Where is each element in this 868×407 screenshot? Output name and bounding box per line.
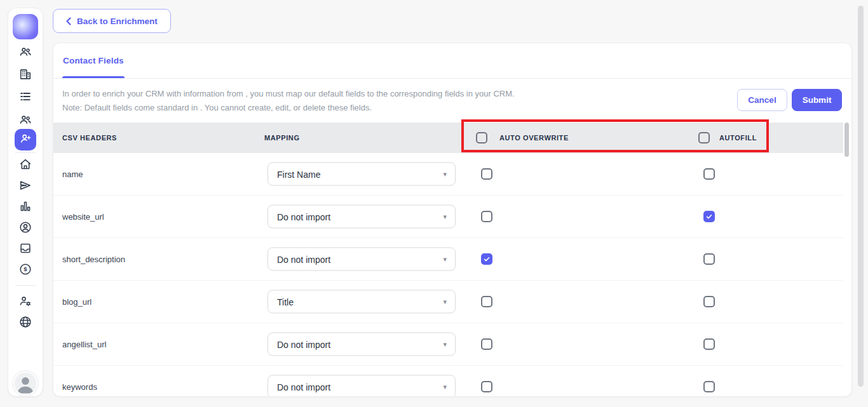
building-icon [18, 67, 32, 84]
submit-button[interactable]: Submit [792, 89, 842, 111]
inbox-icon [18, 241, 32, 258]
autofill-checkbox[interactable] [703, 253, 715, 265]
mapping-select-value: Do not import [277, 339, 330, 349]
auto-overwrite-column-label: AUTO OVERWRITE [499, 134, 569, 142]
dropdown-caret-icon: ▾ [443, 298, 447, 305]
back-button[interactable]: Back to Enrichment [53, 9, 171, 33]
csv-header-cell: angellist_url [62, 340, 106, 349]
dropdown-caret-icon: ▾ [443, 340, 447, 347]
csv-header-cell: blog_url [62, 297, 92, 307]
mapping-select[interactable]: Do not import▾ [268, 248, 456, 271]
sidebar-item-user-settings[interactable] [18, 295, 33, 310]
dropdown-caret-icon: ▾ [443, 383, 447, 390]
people-icon [18, 113, 32, 130]
table-row: website_urlDo not import▾ [53, 196, 843, 238]
table-row: keywordsDo not import▾ [53, 366, 843, 396]
svg-text:$: $ [24, 265, 27, 272]
page-scrollbar-thumb[interactable] [858, 6, 864, 387]
mapping-select[interactable]: Do not import▾ [268, 333, 456, 356]
dropdown-caret-icon: ▾ [443, 213, 447, 220]
table-row: short_descriptionDo not import▾ [53, 238, 843, 281]
sidebar-divider [15, 285, 36, 286]
mapping-select-value: First Name [277, 169, 320, 179]
sidebar-item-companies[interactable] [18, 68, 33, 83]
csv-headers-column-label: CSV HEADERS [62, 134, 117, 142]
list-icon [18, 90, 32, 106]
app-logo[interactable] [13, 14, 38, 39]
auto-overwrite-checkbox[interactable] [481, 253, 492, 265]
sidebar-item-contacts[interactable] [18, 46, 33, 61]
mapping-select[interactable]: First Name▾ [268, 163, 456, 186]
sidebar-divider [15, 152, 36, 153]
person-silhouette-icon [15, 373, 36, 394]
auto-overwrite-checkbox[interactable] [481, 381, 492, 392]
sidebar-item-lists[interactable] [18, 90, 33, 105]
table-row: nameFirst Name▾ [53, 153, 843, 196]
tab-bar: Contact Fields [53, 43, 851, 79]
table-row: blog_urlTitle▾ [53, 281, 843, 323]
description-line-1: In order to enrich your CRM with informa… [62, 89, 515, 98]
mapping-select[interactable]: Do not import▾ [268, 375, 456, 397]
sidebar-item-inbox[interactable] [18, 242, 33, 257]
csv-header-cell: short_description [62, 255, 125, 264]
sidebar-item-add-person[interactable] [15, 129, 36, 150]
autofill-checkbox[interactable] [703, 211, 715, 222]
auto-overwrite-checkbox[interactable] [481, 168, 492, 180]
cancel-button[interactable]: Cancel [737, 89, 787, 111]
dropdown-caret-icon: ▾ [443, 255, 447, 262]
sidebar-item-analytics[interactable] [18, 200, 33, 215]
people-icon [18, 45, 32, 62]
mapping-select-value: Do not import [277, 382, 330, 392]
mapping-column-label: MAPPING [264, 134, 300, 142]
auto-overwrite-checkbox[interactable] [481, 211, 492, 222]
table-row: angellist_urlDo not import▾ [53, 323, 843, 366]
back-button-label: Back to Enrichment [77, 17, 158, 26]
sidebar-item-audiences[interactable] [18, 114, 33, 129]
mapping-select-value: Do not import [277, 254, 330, 264]
autofill-checkbox[interactable] [703, 381, 715, 392]
sidebar: $ [8, 8, 43, 397]
description-line-2: Note: Default fields come standard in . … [62, 103, 372, 112]
mapping-select-value: Do not import [277, 211, 330, 222]
account-circle-icon [18, 220, 32, 237]
autofill-checkbox[interactable] [703, 168, 715, 180]
mapping-select[interactable]: Title▾ [268, 290, 456, 314]
sidebar-item-billing[interactable]: $ [18, 263, 33, 278]
mapping-select[interactable]: Do not import▾ [268, 205, 456, 229]
person-add-icon [19, 132, 32, 148]
globe-icon [18, 315, 32, 331]
csv-header-cell: keywords [62, 382, 97, 392]
autofill-checkbox[interactable] [703, 338, 715, 350]
chevron-left-icon [66, 17, 71, 25]
page: $ Back to Enrichment Contact Fields In o… [0, 0, 868, 407]
sidebar-item-language[interactable] [18, 316, 33, 331]
tab-contact-fields[interactable]: Contact Fields [62, 43, 125, 78]
user-avatar[interactable] [15, 373, 36, 394]
mapping-select-value: Title [277, 297, 294, 307]
bar-chart-icon [18, 199, 32, 216]
auto-overwrite-checkbox[interactable] [481, 296, 492, 307]
autofill-checkbox[interactable] [703, 296, 715, 307]
sidebar-item-account[interactable] [18, 221, 33, 236]
sidebar-item-send[interactable] [18, 179, 33, 194]
sidebar-item-home[interactable] [18, 158, 33, 173]
auto-overwrite-header-checkbox[interactable] [476, 132, 487, 143]
autofill-header-checkbox[interactable] [698, 132, 710, 143]
auto-overwrite-checkbox[interactable] [481, 338, 492, 350]
autofill-column-label: AUTOFILL [719, 134, 757, 142]
send-icon [18, 178, 32, 195]
person-gear-icon [18, 294, 32, 310]
table-scrollbar-thumb[interactable] [844, 123, 849, 157]
contact-fields-panel: Contact Fields In order to enrich your C… [53, 43, 852, 397]
table-header-row: CSV HEADERS MAPPING AUTO OVERWRITE AUTOF… [53, 123, 843, 153]
csv-header-cell: name [62, 170, 83, 179]
table-body: nameFirst Name▾website_urlDo not import▾… [53, 153, 843, 396]
home-icon [18, 157, 32, 174]
dollar-circle-icon: $ [18, 262, 32, 279]
dropdown-caret-icon: ▾ [443, 170, 447, 177]
csv-header-cell: website_url [62, 212, 104, 222]
